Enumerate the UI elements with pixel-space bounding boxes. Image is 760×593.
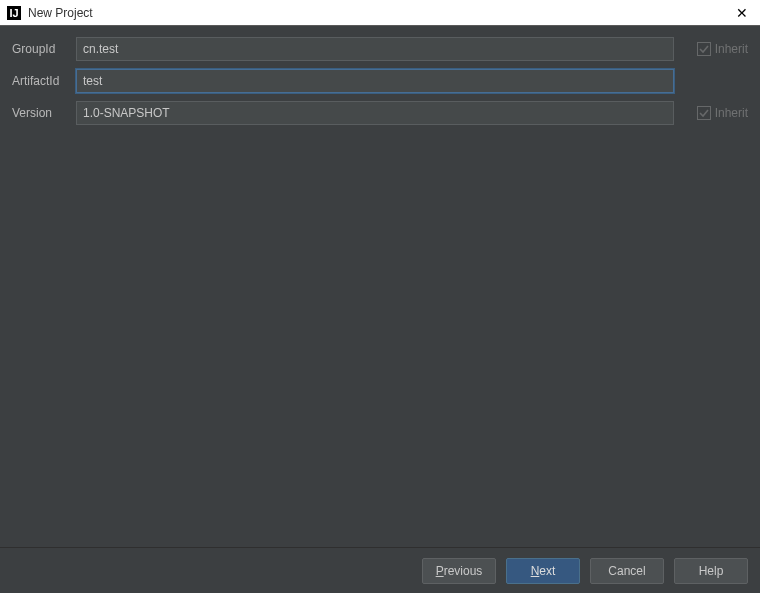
input-version[interactable] xyxy=(76,101,674,125)
row-group-id: GroupId Inherit xyxy=(12,36,748,62)
inherit-label: Inherit xyxy=(715,106,748,120)
input-group-id[interactable] xyxy=(76,37,674,61)
help-button[interactable]: Help xyxy=(674,558,748,584)
inherit-version[interactable]: Inherit xyxy=(674,106,748,120)
titlebar: IJ New Project ✕ xyxy=(0,0,760,26)
svg-rect-0 xyxy=(697,43,710,56)
input-artifact-id[interactable] xyxy=(76,69,674,93)
btn-rest: revious xyxy=(444,564,483,578)
footer: Previous Next Cancel Help xyxy=(0,547,760,593)
checkbox-icon xyxy=(697,42,711,56)
window-title: New Project xyxy=(28,6,730,20)
form-area: GroupId Inherit ArtifactId Inherit Versi… xyxy=(0,26,760,547)
inherit-group-id[interactable]: Inherit xyxy=(674,42,748,56)
app-icon: IJ xyxy=(6,5,22,21)
next-button[interactable]: Next xyxy=(506,558,580,584)
svg-rect-1 xyxy=(697,107,710,120)
close-icon[interactable]: ✕ xyxy=(730,5,754,21)
label-group-id: GroupId xyxy=(12,42,76,56)
label-artifact-id: ArtifactId xyxy=(12,74,76,88)
checkbox-icon xyxy=(697,106,711,120)
row-artifact-id: ArtifactId Inherit xyxy=(12,68,748,94)
inherit-label: Inherit xyxy=(715,42,748,56)
label-version: Version xyxy=(12,106,76,120)
btn-rest: ext xyxy=(539,564,555,578)
row-version: Version Inherit xyxy=(12,100,748,126)
previous-button[interactable]: Previous xyxy=(422,558,496,584)
cancel-button[interactable]: Cancel xyxy=(590,558,664,584)
